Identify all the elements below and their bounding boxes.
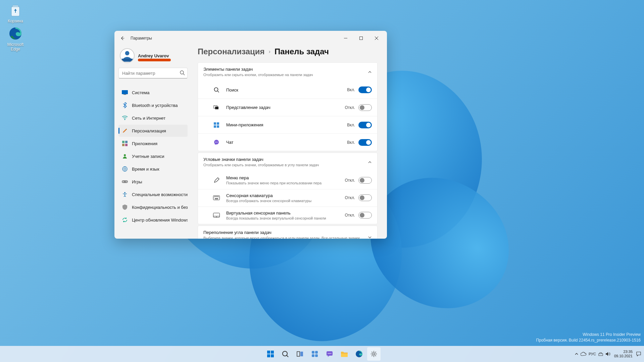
nav-personalization[interactable]: Персонализация (118, 125, 188, 137)
svg-rect-48 (312, 354, 314, 357)
svg-rect-10 (122, 141, 125, 143)
chat-icon (213, 139, 220, 145)
svg-rect-33 (215, 196, 216, 197)
toggle-virtual-touchpad[interactable] (358, 212, 372, 219)
tray-language[interactable]: РУС (589, 352, 596, 356)
nav-accounts[interactable]: Учетные записи (118, 150, 188, 162)
row-pen-menu: Меню пераПоказывать значок меню пера при… (198, 172, 377, 189)
svg-point-28 (215, 142, 216, 142)
taskbar-settings-button[interactable] (367, 347, 381, 361)
nav-bluetooth[interactable]: Bluetooth и устройства (118, 99, 188, 111)
svg-rect-2 (360, 37, 363, 40)
tray-chevron-icon[interactable] (575, 352, 579, 356)
desktop-icon-edge[interactable]: Microsoft Edge (3, 26, 28, 52)
svg-rect-32 (214, 196, 215, 197)
close-icon (375, 36, 379, 40)
svg-rect-34 (216, 196, 217, 197)
svg-rect-5 (122, 59, 133, 62)
row-virtual-touchpad: Виртуальная сенсорная панельВсегда показ… (198, 206, 377, 224)
svg-point-20 (214, 88, 218, 92)
tray-notifications-icon[interactable] (636, 351, 641, 357)
svg-rect-12 (122, 144, 125, 146)
toggle-chat[interactable] (358, 139, 372, 146)
taskbar-taskview-button[interactable] (293, 347, 307, 361)
folder-icon (341, 351, 348, 357)
nav-gaming[interactable]: Игры (118, 176, 188, 188)
close-button[interactable] (369, 33, 384, 44)
toggle-search[interactable] (358, 86, 372, 93)
start-button[interactable] (264, 347, 277, 361)
maximize-button[interactable] (353, 33, 369, 44)
svg-rect-39 (267, 351, 270, 354)
taskbar-search-button[interactable] (279, 347, 292, 361)
toggle-touch-keyboard[interactable] (358, 194, 372, 201)
svg-rect-23 (214, 122, 216, 125)
taskview-icon (213, 105, 220, 110)
section-overflow: Переполнение угла панели задач Выберите … (198, 226, 378, 239)
keyboard-icon (213, 195, 220, 200)
minimize-button[interactable] (338, 33, 353, 44)
toggle-taskview[interactable] (358, 104, 372, 111)
svg-point-55 (373, 353, 375, 355)
svg-rect-13 (125, 144, 128, 146)
back-arrow-icon (120, 36, 125, 41)
section-header[interactable]: Угловые значки панели задач Отобразить и… (198, 153, 377, 171)
wifi-icon (122, 115, 128, 121)
search-icon (213, 87, 220, 93)
bluetooth-icon (122, 102, 128, 108)
redaction-mark (138, 59, 171, 61)
chevron-up-icon (368, 160, 372, 164)
svg-rect-42 (271, 354, 274, 357)
svg-rect-22 (215, 107, 218, 109)
svg-rect-45 (300, 352, 303, 356)
svg-rect-47 (315, 351, 318, 354)
search-input[interactable] (118, 68, 188, 78)
taskview-icon (296, 350, 304, 358)
taskbar-edge-button[interactable] (352, 347, 366, 361)
nav-apps[interactable]: Приложения (118, 137, 188, 149)
section-header[interactable]: Переполнение угла панели задач Выберите … (198, 226, 377, 239)
toggle-pen-menu[interactable] (358, 177, 372, 184)
taskbar: РУС 23:35 09.10.2021 (0, 346, 644, 362)
breadcrumb-parent[interactable]: Персонализация (198, 47, 265, 56)
back-button[interactable] (117, 33, 128, 44)
system-icon (122, 89, 128, 96)
svg-point-51 (328, 353, 328, 354)
nav-accessibility[interactable]: Специальные возможности (118, 188, 188, 200)
minimize-icon (344, 36, 348, 40)
gamepad-icon (122, 179, 128, 185)
svg-rect-40 (271, 351, 274, 354)
tray-onedrive-icon[interactable] (581, 352, 587, 356)
person-icon (122, 153, 128, 159)
nav-update[interactable]: Центр обновления Windows (118, 214, 188, 226)
taskbar-chat-button[interactable] (323, 347, 336, 361)
section-header[interactable]: Элементы панели задач Отобразить или скр… (198, 63, 377, 81)
nav-time-language[interactable]: Время и язык (118, 163, 188, 175)
svg-point-52 (329, 353, 330, 354)
toggle-widgets[interactable] (358, 122, 372, 128)
svg-rect-46 (312, 351, 314, 354)
tray-clock[interactable]: 23:35 09.10.2021 (614, 350, 633, 358)
svg-point-6 (180, 71, 184, 74)
nav-privacy[interactable]: Конфиденциальность и безопасность (118, 201, 188, 213)
svg-point-53 (330, 353, 331, 354)
section-corner-icons: Угловые значки панели задач Отобразить и… (198, 153, 378, 224)
row-taskview: Представление задач Откл. (198, 99, 377, 116)
pen-icon (213, 177, 220, 183)
profile-block[interactable]: Andrey Uvarov (118, 46, 188, 68)
svg-point-29 (216, 142, 217, 142)
tray-volume-icon[interactable] (605, 352, 611, 356)
row-search: Поиск Вкл. (198, 81, 377, 99)
taskbar-explorer-button[interactable] (338, 347, 351, 361)
desktop-icon-recycle-bin[interactable]: Корзина (3, 3, 28, 23)
svg-point-14 (124, 154, 126, 156)
touchpad-icon (213, 213, 220, 218)
paintbrush-icon (122, 128, 128, 134)
content-area: Персонализация › Панель задач Элементы п… (192, 46, 387, 239)
desktop-icon-label: Microsoft Edge (7, 42, 24, 52)
nav-network[interactable]: Сеть и Интернет (118, 112, 188, 124)
nav-system[interactable]: Система (118, 86, 188, 99)
row-touch-keyboard: Сенсорная клавиатураВсегда отображать зн… (198, 189, 377, 206)
tray-network-icon[interactable] (598, 352, 603, 356)
taskbar-widgets-button[interactable] (308, 347, 321, 361)
